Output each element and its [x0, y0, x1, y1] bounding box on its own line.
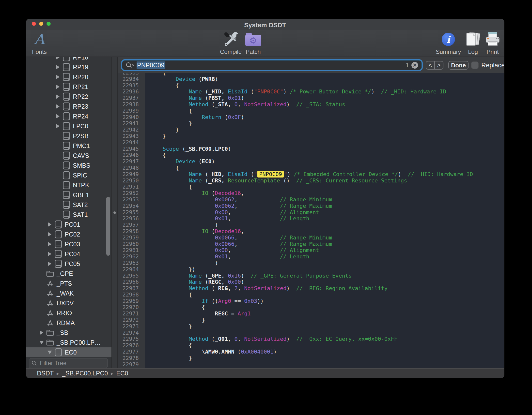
code-line[interactable]: 22954 0x0062, // Range Maximum [118, 203, 504, 209]
breadcrumb-item-ec0[interactable]: EC0 [116, 370, 128, 377]
code-line[interactable]: 22965 Name (_GPE, 0x16) // _GPE: General… [118, 273, 504, 279]
code-line[interactable]: 22964 }) [118, 266, 504, 273]
sidebar-item-rp20[interactable]: RP20 [26, 72, 111, 82]
clear-search-icon[interactable]: ✕ [411, 62, 418, 69]
sidebar-item-rp23[interactable]: RP23 [26, 102, 111, 111]
code-line[interactable]: 22949 Name (_HID, EisaId ("PNP0C09") /* … [118, 171, 504, 178]
code-line[interactable]: 22963 ) [118, 260, 504, 266]
code-line[interactable]: 22961 0x00, // Alignment [118, 247, 504, 253]
code-editor[interactable]: 22933 {22934 Device (PWRB)22935 {22936 N… [118, 73, 504, 368]
code-line[interactable]: 22966 Name (REGC, 0x00) [118, 279, 504, 285]
chevron-collapsed-icon[interactable] [55, 57, 61, 59]
code-line[interactable]: 22973 } [118, 323, 504, 330]
sidebar-item-sat2[interactable]: SAT2 [26, 200, 111, 210]
chevron-collapsed-icon[interactable] [47, 262, 53, 266]
code-line[interactable]: 22960 0x0066, // Range Maximum [118, 241, 504, 247]
chevron-expanded-icon[interactable] [38, 341, 45, 344]
filter-tree-field[interactable] [29, 358, 108, 368]
sidebar-item-rp19[interactable]: RP19 [26, 62, 111, 72]
print-button[interactable]: Print [475, 31, 504, 55]
sidebar-item-spic[interactable]: SPIC [26, 170, 111, 180]
sidebar-item-wak[interactable]: _WAK [26, 288, 111, 298]
splitter-handle-dot[interactable] [113, 211, 116, 214]
code-line[interactable]: 22968 { [118, 292, 504, 298]
sidebar-item-rdma[interactable]: RDMA [26, 318, 111, 328]
chevron-collapsed-icon[interactable] [55, 104, 61, 109]
code-line[interactable]: 22971 REGC = Arg1 [118, 311, 504, 317]
code-line[interactable]: 22945 Scope (_SB.PC00.LPC0) [118, 146, 504, 152]
chevron-collapsed-icon[interactable] [55, 114, 61, 119]
sidebar-item-pc02[interactable]: PC02 [26, 229, 111, 239]
chevron-collapsed-icon[interactable] [55, 94, 61, 99]
code-line[interactable]: 22938 Method (_STA, 0, NotSerialized) //… [118, 101, 504, 108]
chevron-collapsed-icon[interactable] [55, 85, 61, 89]
chevron-collapsed-icon[interactable] [47, 252, 53, 256]
code-line[interactable]: 22974 [118, 330, 504, 336]
chevron-collapsed-icon[interactable] [55, 65, 61, 69]
patch-button[interactable]: ⚙ Patch [236, 31, 270, 55]
chevron-collapsed-icon[interactable] [38, 330, 45, 335]
fonts-button[interactable]: A Fonts [26, 31, 57, 55]
sidebar-item-rrio[interactable]: RRIO [26, 308, 111, 318]
sidebar-item-pc03[interactable]: PC03 [26, 239, 111, 249]
code-line[interactable]: 22941 } [118, 120, 504, 127]
sidebar-item-pts[interactable]: _PTS [26, 279, 111, 288]
chevron-collapsed-icon[interactable] [55, 124, 61, 128]
sidebar-scrollbar-thumb[interactable] [106, 197, 110, 256]
close-button[interactable] [32, 22, 36, 26]
code-line[interactable]: 22937 Name (PBST, 0x01) [118, 95, 504, 101]
sidebar-item-lpc0[interactable]: LPC0 [26, 121, 111, 131]
titlebar[interactable]: System DSDT [26, 19, 504, 30]
code-line[interactable]: 22970 { [118, 304, 504, 311]
code-line[interactable]: 22936 Name (_HID, EisaId ("PNP0C0C") /* … [118, 89, 504, 95]
code-line[interactable]: 22943 } [118, 133, 504, 139]
zoom-button[interactable] [47, 22, 51, 26]
sidebar-item-p2sb[interactable]: P2SB [26, 131, 111, 141]
code-line[interactable]: 22977 \AMW0.AMWN (0xA0040001) [118, 349, 504, 355]
sidebar-item-pc04[interactable]: PC04 [26, 249, 111, 259]
code-line[interactable]: 22972 } [118, 317, 504, 323]
pane-splitter[interactable] [112, 57, 118, 368]
code-line[interactable]: 22962 0x01, // Length [118, 253, 504, 260]
sidebar-item-ec0[interactable]: EC0 [26, 347, 111, 357]
sidebar-item-sb[interactable]: _SB [26, 328, 111, 338]
search-magnifier-menu-icon[interactable] [126, 62, 134, 68]
sidebar-item-uxdv[interactable]: UXDV [26, 298, 111, 308]
code-line[interactable]: 22947 Device (EC0) [118, 158, 504, 165]
chevron-collapsed-icon[interactable] [47, 242, 53, 246]
chevron-expanded-icon[interactable] [47, 351, 53, 354]
sidebar-item-rp21[interactable]: RP21 [26, 82, 111, 92]
code-line[interactable]: 22979 [118, 361, 504, 368]
sidebar-item-ntpk[interactable]: NTPK [26, 180, 111, 190]
sidebar-item-sb-pc00-lp[interactable]: _SB.PC00.LP… [26, 338, 111, 347]
sidebar-item-rp18[interactable]: RP18 [26, 57, 111, 62]
code-line[interactable]: 22953 0x0062, // Range Minimum [118, 196, 504, 203]
breadcrumb-item-dsdt[interactable]: DSDT [37, 370, 54, 377]
code-line[interactable]: 22948 { [118, 165, 504, 171]
code-line[interactable]: 22978 } [118, 355, 504, 361]
code-line[interactable]: 22934 Device (PWRB) [118, 76, 504, 82]
sidebar-item-sat1[interactable]: SAT1 [26, 210, 111, 220]
breadcrumb-item-sb-pc00-lpc0[interactable]: _SB.PC00.LPC0 [62, 370, 108, 377]
code-line[interactable]: 22952 IO (Decode16, [118, 190, 504, 196]
sidebar-item-cavs[interactable]: CAVS [26, 151, 111, 161]
filter-tree-input[interactable] [39, 359, 105, 367]
sidebar-item-pc01[interactable]: PC01 [26, 220, 111, 229]
code-line[interactable]: 22946 { [118, 152, 504, 158]
chevron-collapsed-icon[interactable] [47, 222, 53, 227]
sidebar-item-gbe1[interactable]: GBE1 [26, 190, 111, 200]
code-line[interactable]: 22956 0x01, // Length [118, 215, 504, 222]
search-input[interactable]: PNP0C09 1 ✕ [122, 60, 422, 70]
sidebar-item-rp22[interactable]: RP22 [26, 92, 111, 102]
done-button[interactable]: Done [448, 61, 469, 70]
code-line[interactable]: 22944 [118, 139, 504, 146]
code-line[interactable]: 22942 } [118, 127, 504, 133]
code-line[interactable]: 22958 IO (Decode16, [118, 228, 504, 235]
chevron-collapsed-icon[interactable] [47, 232, 53, 237]
code-line[interactable]: 22959 0x0066, // Range Minimum [118, 235, 504, 241]
replace-checkbox[interactable] [471, 62, 478, 69]
code-line[interactable]: 22940 Return (0x0F) [118, 114, 504, 120]
sidebar-item-rp24[interactable]: RP24 [26, 111, 111, 121]
minimize-button[interactable] [39, 22, 43, 26]
code-line[interactable]: 22935 { [118, 82, 504, 89]
